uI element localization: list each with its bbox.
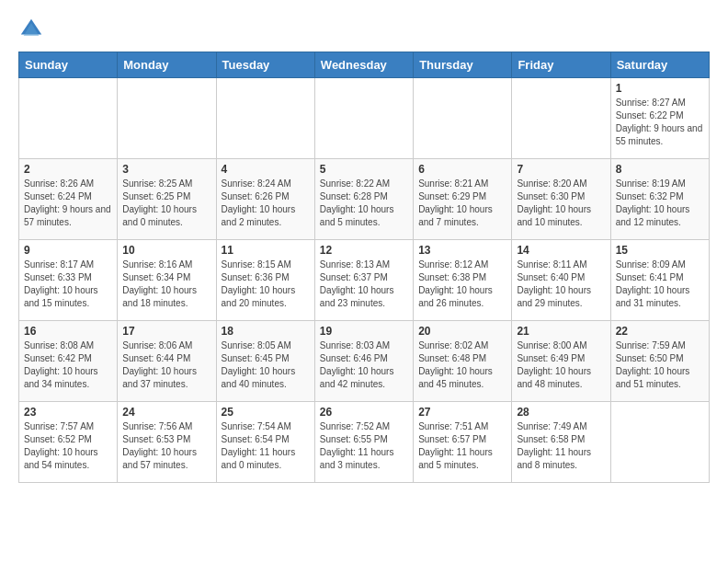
day-number: 1 (616, 82, 704, 95)
day-number: 12 (320, 244, 408, 257)
day-number: 14 (517, 244, 605, 257)
calendar-cell: 18Sunrise: 8:05 AM Sunset: 6:45 PM Dayli… (216, 321, 314, 402)
calendar-cell: 11Sunrise: 8:15 AM Sunset: 6:36 PM Dayli… (216, 240, 314, 321)
day-number: 25 (222, 406, 310, 419)
day-number: 13 (418, 244, 506, 257)
calendar-cell: 15Sunrise: 8:09 AM Sunset: 6:41 PM Dayli… (610, 240, 709, 321)
day-info: Sunrise: 7:52 AM Sunset: 6:55 PM Dayligh… (320, 420, 408, 472)
day-info: Sunrise: 8:12 AM Sunset: 6:38 PM Dayligh… (418, 259, 506, 310)
logo-icon (18, 17, 44, 42)
calendar-cell (216, 78, 314, 159)
calendar-cell: 27Sunrise: 7:51 AM Sunset: 6:57 PM Dayli… (414, 402, 512, 483)
day-info: Sunrise: 8:16 AM Sunset: 6:34 PM Dayligh… (122, 259, 210, 310)
day-of-week-header: Wednesday (314, 52, 413, 78)
day-number: 27 (418, 406, 506, 419)
calendar-cell: 17Sunrise: 8:06 AM Sunset: 6:44 PM Dayli… (118, 321, 216, 402)
day-number: 6 (418, 163, 506, 176)
calendar-cell: 7Sunrise: 8:20 AM Sunset: 6:30 PM Daylig… (512, 159, 610, 240)
calendar-cell: 10Sunrise: 8:16 AM Sunset: 6:34 PM Dayli… (118, 240, 216, 321)
calendar-cell: 14Sunrise: 8:11 AM Sunset: 6:40 PM Dayli… (512, 240, 610, 321)
day-number: 7 (517, 163, 605, 176)
calendar-cell (512, 78, 610, 159)
calendar-cell: 20Sunrise: 8:02 AM Sunset: 6:48 PM Dayli… (414, 321, 512, 402)
calendar-cell: 4Sunrise: 8:24 AM Sunset: 6:26 PM Daylig… (216, 159, 314, 240)
day-info: Sunrise: 7:56 AM Sunset: 6:53 PM Dayligh… (122, 420, 210, 472)
day-info: Sunrise: 8:09 AM Sunset: 6:41 PM Dayligh… (616, 259, 704, 310)
day-info: Sunrise: 8:00 AM Sunset: 6:49 PM Dayligh… (517, 339, 605, 391)
day-of-week-header: Thursday (414, 52, 512, 78)
day-info: Sunrise: 8:19 AM Sunset: 6:32 PM Dayligh… (616, 178, 704, 229)
calendar-cell: 16Sunrise: 8:08 AM Sunset: 6:42 PM Dayli… (19, 321, 118, 402)
day-info: Sunrise: 8:20 AM Sunset: 6:30 PM Dayligh… (517, 178, 605, 229)
calendar-cell (414, 78, 512, 159)
day-number: 17 (122, 325, 210, 338)
day-info: Sunrise: 8:15 AM Sunset: 6:36 PM Dayligh… (222, 259, 310, 310)
calendar-week-row: 16Sunrise: 8:08 AM Sunset: 6:42 PM Dayli… (19, 321, 710, 402)
calendar-cell: 1Sunrise: 8:27 AM Sunset: 6:22 PM Daylig… (610, 78, 709, 159)
day-of-week-header: Monday (118, 52, 216, 78)
calendar-week-row: 2Sunrise: 8:26 AM Sunset: 6:24 PM Daylig… (19, 159, 710, 240)
calendar-cell: 22Sunrise: 7:59 AM Sunset: 6:50 PM Dayli… (610, 321, 709, 402)
day-of-week-header: Tuesday (216, 52, 314, 78)
calendar-cell (314, 78, 413, 159)
day-info: Sunrise: 8:21 AM Sunset: 6:29 PM Dayligh… (418, 178, 506, 229)
calendar-cell: 26Sunrise: 7:52 AM Sunset: 6:55 PM Dayli… (314, 402, 413, 483)
day-number: 10 (122, 244, 210, 257)
day-number: 9 (24, 244, 112, 257)
day-info: Sunrise: 8:22 AM Sunset: 6:28 PM Dayligh… (320, 178, 408, 229)
calendar-cell: 6Sunrise: 8:21 AM Sunset: 6:29 PM Daylig… (414, 159, 512, 240)
calendar-cell: 21Sunrise: 8:00 AM Sunset: 6:49 PM Dayli… (512, 321, 610, 402)
day-number: 23 (24, 406, 112, 419)
day-info: Sunrise: 7:49 AM Sunset: 6:58 PM Dayligh… (517, 420, 605, 472)
day-info: Sunrise: 8:03 AM Sunset: 6:46 PM Dayligh… (320, 339, 408, 391)
day-info: Sunrise: 7:59 AM Sunset: 6:50 PM Dayligh… (616, 339, 704, 391)
day-of-week-header: Friday (512, 52, 610, 78)
day-number: 19 (320, 325, 408, 338)
calendar-cell (19, 78, 118, 159)
day-of-week-header: Saturday (610, 52, 709, 78)
day-number: 5 (320, 163, 408, 176)
day-number: 22 (616, 325, 704, 338)
day-info: Sunrise: 8:25 AM Sunset: 6:25 PM Dayligh… (122, 178, 210, 229)
calendar-cell: 25Sunrise: 7:54 AM Sunset: 6:54 PM Dayli… (216, 402, 314, 483)
day-info: Sunrise: 8:08 AM Sunset: 6:42 PM Dayligh… (24, 339, 112, 391)
day-info: Sunrise: 8:27 AM Sunset: 6:22 PM Dayligh… (616, 97, 704, 148)
day-number: 15 (616, 244, 704, 257)
calendar-cell (610, 402, 709, 483)
day-number: 26 (320, 406, 408, 419)
calendar-cell: 5Sunrise: 8:22 AM Sunset: 6:28 PM Daylig… (314, 159, 413, 240)
day-number: 2 (24, 163, 112, 176)
calendar-cell: 3Sunrise: 8:25 AM Sunset: 6:25 PM Daylig… (118, 159, 216, 240)
calendar-cell (118, 78, 216, 159)
calendar-week-row: 23Sunrise: 7:57 AM Sunset: 6:52 PM Dayli… (19, 402, 710, 483)
day-number: 11 (222, 244, 310, 257)
day-of-week-header: Sunday (19, 52, 118, 78)
calendar-cell: 23Sunrise: 7:57 AM Sunset: 6:52 PM Dayli… (19, 402, 118, 483)
day-number: 3 (122, 163, 210, 176)
calendar-cell: 24Sunrise: 7:56 AM Sunset: 6:53 PM Dayli… (118, 402, 216, 483)
day-number: 16 (24, 325, 112, 338)
day-info: Sunrise: 8:11 AM Sunset: 6:40 PM Dayligh… (517, 259, 605, 310)
day-info: Sunrise: 8:24 AM Sunset: 6:26 PM Dayligh… (222, 178, 310, 229)
day-info: Sunrise: 8:17 AM Sunset: 6:33 PM Dayligh… (24, 259, 112, 310)
calendar-cell: 19Sunrise: 8:03 AM Sunset: 6:46 PM Dayli… (314, 321, 413, 402)
day-number: 28 (517, 406, 605, 419)
logo (18, 17, 48, 42)
day-info: Sunrise: 8:02 AM Sunset: 6:48 PM Dayligh… (418, 339, 506, 391)
calendar-cell: 9Sunrise: 8:17 AM Sunset: 6:33 PM Daylig… (19, 240, 118, 321)
day-info: Sunrise: 8:26 AM Sunset: 6:24 PM Dayligh… (24, 178, 112, 229)
calendar-week-row: 9Sunrise: 8:17 AM Sunset: 6:33 PM Daylig… (19, 240, 710, 321)
calendar-cell: 28Sunrise: 7:49 AM Sunset: 6:58 PM Dayli… (512, 402, 610, 483)
day-number: 8 (616, 163, 704, 176)
day-info: Sunrise: 8:06 AM Sunset: 6:44 PM Dayligh… (122, 339, 210, 391)
day-info: Sunrise: 8:05 AM Sunset: 6:45 PM Dayligh… (222, 339, 310, 391)
day-info: Sunrise: 7:54 AM Sunset: 6:54 PM Dayligh… (222, 420, 310, 472)
day-info: Sunrise: 8:13 AM Sunset: 6:37 PM Dayligh… (320, 259, 408, 310)
calendar-cell: 13Sunrise: 8:12 AM Sunset: 6:38 PM Dayli… (414, 240, 512, 321)
calendar-cell: 12Sunrise: 8:13 AM Sunset: 6:37 PM Dayli… (314, 240, 413, 321)
day-number: 24 (122, 406, 210, 419)
day-number: 18 (222, 325, 310, 338)
calendar-header-row: SundayMondayTuesdayWednesdayThursdayFrid… (19, 52, 710, 78)
day-number: 20 (418, 325, 506, 338)
calendar-table: SundayMondayTuesdayWednesdayThursdayFrid… (18, 52, 710, 483)
